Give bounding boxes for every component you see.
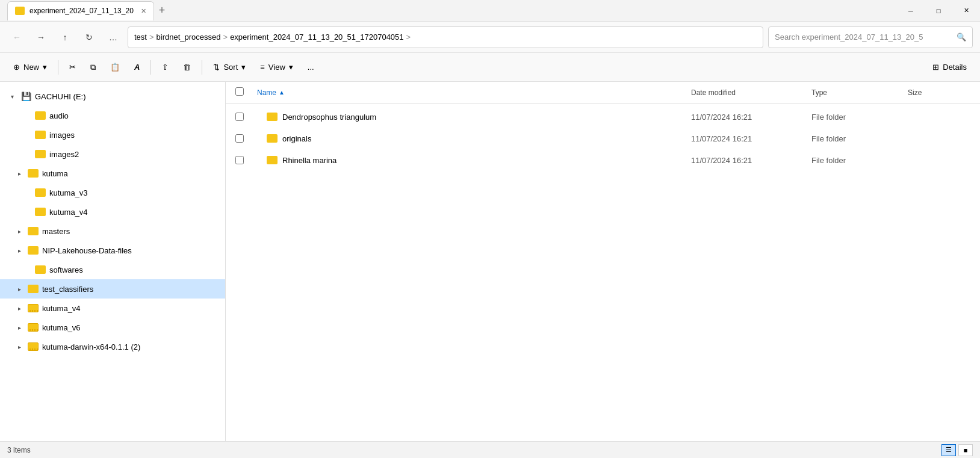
search-icon[interactable]: 🔍 [957, 32, 966, 42]
kutuma-folder-icon [28, 169, 39, 178]
nip-label: NIP-Lakehouse-Data-files [42, 246, 132, 255]
paste-button[interactable]: 📋 [104, 57, 126, 78]
kutumav4b-label: kutuma_v4 [42, 304, 81, 313]
header-size-label: Size [908, 88, 922, 97]
row-2-type: File folder [811, 134, 908, 143]
status-bar: 3 items ☰ ■ [0, 441, 980, 458]
sidebar-item-kutuma[interactable]: ▸ kutuma [0, 164, 225, 183]
breadcrumb-item-2[interactable]: birdnet_processed [157, 32, 221, 42]
sidebar-item-audio[interactable]: audio [0, 106, 225, 125]
kutuma-chevron: ▸ [14, 170, 24, 177]
drive-chevron: ▾ [7, 93, 17, 100]
maximize-button[interactable]: □ [925, 0, 952, 22]
header-date[interactable]: Date modified [691, 88, 811, 97]
toolbar-separator-1 [58, 60, 58, 75]
cut-button[interactable]: ✂ [63, 57, 82, 78]
header-size[interactable]: Size [908, 88, 980, 97]
masters-folder-icon [28, 227, 39, 235]
row-1-name: Dendropsophus triangulum [282, 113, 376, 122]
more-options-button[interactable]: … [104, 28, 123, 47]
kutumav4b-folder-icon [28, 304, 39, 312]
sidebar-item-drive[interactable]: ▾ 💾 GACHUHI (E:) [0, 87, 225, 106]
header-checkbox[interactable] [235, 87, 257, 97]
kutumav3-folder-icon [35, 188, 46, 197]
file-list-header: Name ▲ Date modified Type Size [226, 82, 980, 104]
kutumav6-label: kutuma_v6 [42, 323, 81, 332]
view-dropdown-icon: ▾ [289, 63, 293, 72]
view-icon: ≡ [260, 63, 265, 72]
row-1-folder-icon [267, 113, 278, 121]
row-2-date: 11/07/2024 16:21 [691, 134, 811, 143]
new-button[interactable]: ⊕ New ▾ [7, 57, 53, 78]
view-button[interactable]: ≡ View ▾ [254, 57, 299, 78]
row-1-checkbox[interactable] [235, 113, 244, 121]
share-button[interactable]: ⇧ [156, 57, 175, 78]
tab-folder-icon [15, 7, 25, 15]
breadcrumb-sep-1: > [149, 32, 154, 42]
kutuma-darwin-label: kutuma-darwin-x64-0.1.1 (2) [42, 342, 140, 351]
back-button[interactable]: ← [7, 28, 26, 47]
tab-close-button[interactable]: ✕ [141, 7, 146, 15]
drive-icon: 💾 [20, 91, 31, 101]
search-box[interactable]: Search experiment_2024_07_11_13_20_5 🔍 [768, 26, 973, 48]
kutumav6-folder-icon [28, 323, 39, 332]
header-type[interactable]: Type [811, 88, 908, 97]
file-list: Dendropsophus triangulum 11/07/2024 16:2… [226, 104, 980, 441]
main-content: ▾ 💾 GACHUHI (E:) audio images images2 ▸ … [0, 82, 980, 441]
row-checkbox-1[interactable] [235, 113, 257, 121]
sidebar-item-kutuma_v4[interactable]: kutuma_v4 [0, 202, 225, 221]
sidebar-item-kutuma-v6[interactable]: ▸ kutuma_v6 [0, 318, 225, 337]
sidebar-item-masters[interactable]: ▸ masters [0, 221, 225, 241]
row-2-name-cell: originals [257, 128, 691, 149]
row-3-name-cell: Rhinella marina [257, 149, 691, 171]
refresh-button[interactable]: ↻ [79, 28, 99, 47]
row-checkbox-2[interactable] [235, 134, 257, 143]
grid-view-button[interactable]: ■ [958, 444, 973, 456]
close-button[interactable]: ✕ [952, 0, 980, 22]
table-row[interactable]: originals 11/07/2024 16:21 File folder [226, 128, 980, 149]
copy-button[interactable]: ⧉ [84, 57, 102, 78]
up-button[interactable]: ↑ [55, 28, 75, 47]
details-button[interactable]: ⊞ Details [926, 59, 973, 75]
name-sort-icon: ▲ [279, 89, 285, 96]
sidebar-item-test-classifiers[interactable]: ▸ test_classifiers [0, 279, 225, 299]
active-tab[interactable]: experiment_2024_07_11_13_20 ✕ [7, 1, 154, 20]
row-checkbox-3[interactable] [235, 156, 257, 164]
sidebar-item-kutuma-v4b[interactable]: ▸ kutuma_v4 [0, 299, 225, 318]
new-tab-button[interactable]: + [159, 4, 166, 17]
toolbar-separator-3 [202, 60, 202, 75]
sidebar-item-softwares[interactable]: softwares [0, 260, 225, 279]
header-type-label: Type [811, 88, 827, 97]
nip-folder-icon [28, 246, 39, 255]
rename-button[interactable]: A [128, 57, 146, 78]
row-2-checkbox[interactable] [235, 134, 244, 143]
kutuma-darwin-chevron: ▸ [14, 344, 24, 350]
sidebar-item-images[interactable]: images [0, 125, 225, 144]
sidebar-item-kutuma_v3[interactable]: kutuma_v3 [0, 183, 225, 202]
table-row[interactable]: Dendropsophus triangulum 11/07/2024 16:2… [226, 106, 980, 128]
kutuma-label: kutuma [42, 169, 68, 178]
breadcrumb-item-3[interactable]: experiment_2024_07_11_13_20_51_172070405… [230, 32, 403, 42]
view-toggle-group: ☰ ■ [941, 444, 973, 456]
kutuma-darwin-folder-icon [28, 342, 39, 351]
sidebar-item-images2[interactable]: images2 [0, 144, 225, 164]
forward-button[interactable]: → [31, 28, 51, 47]
kutumav4-label: kutuma_v4 [49, 208, 88, 217]
sidebar-item-kutuma-darwin[interactable]: ▸ kutuma-darwin-x64-0.1.1 (2) [0, 337, 225, 356]
more-button[interactable]: ... [302, 57, 320, 78]
breadcrumb[interactable]: test > birdnet_processed > experiment_20… [128, 26, 763, 48]
header-name[interactable]: Name ▲ [257, 88, 691, 97]
breadcrumb-item-1[interactable]: test [134, 32, 147, 42]
sort-dropdown-icon: ▾ [241, 63, 246, 72]
minimize-button[interactable]: ─ [897, 0, 925, 22]
sidebar-item-nip[interactable]: ▸ NIP-Lakehouse-Data-files [0, 241, 225, 260]
delete-button[interactable]: 🗑 [177, 57, 197, 78]
details-label: Details [943, 63, 967, 72]
softwares-folder-icon [35, 265, 46, 274]
list-view-button[interactable]: ☰ [941, 444, 956, 456]
kutumav4-folder-icon [35, 208, 46, 216]
sort-button[interactable]: ⇅ Sort ▾ [207, 57, 252, 78]
row-3-checkbox[interactable] [235, 156, 244, 164]
select-all-checkbox[interactable] [235, 87, 244, 96]
table-row[interactable]: Rhinella marina 11/07/2024 16:21 File fo… [226, 149, 980, 171]
